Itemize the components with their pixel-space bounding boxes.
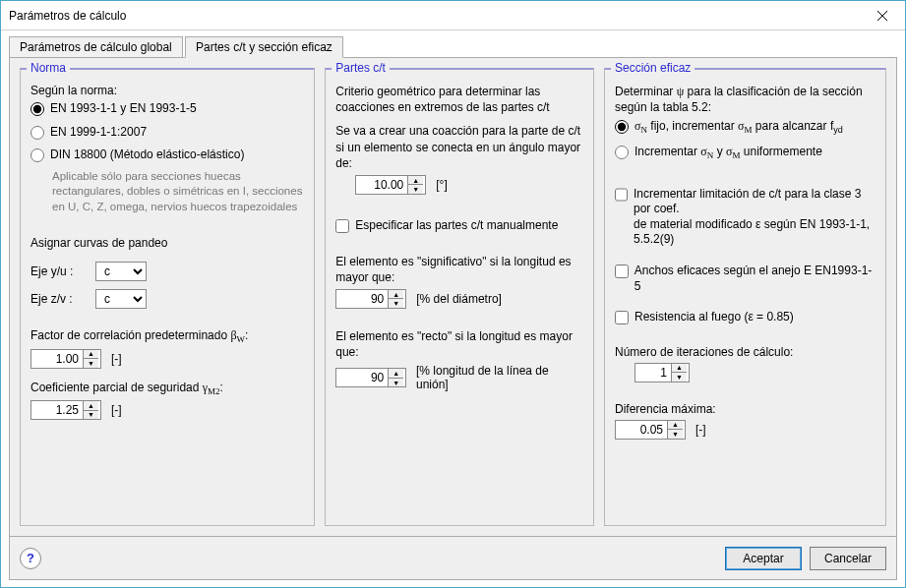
help-icon-glyph: ? (27, 551, 34, 565)
gamma-step-up[interactable]: ▲ (84, 401, 98, 411)
group-norma-title: Norma (27, 61, 70, 75)
gamma-spin: ▲ ▼ (30, 400, 101, 420)
signif-stepper: ▲ ▼ (388, 290, 403, 308)
radio-en1999-label: EN 1999-1-1:2007 (50, 125, 147, 141)
beta-stepper: ▲ ▼ (83, 350, 98, 368)
diff-stepper: ▲ ▼ (667, 421, 683, 439)
check-fire-resistance-label: Resistencia al fuego (ε = 0.85) (634, 310, 794, 325)
iter-input[interactable] (635, 364, 671, 382)
radio-psi-uniform[interactable] (615, 146, 629, 159)
dialog-window: Parámetros de cálculo Parámetros de cálc… (0, 0, 906, 588)
gamma-unit: [-] (111, 403, 122, 417)
group-norma: Norma Según la norma: EN 1993-1-1 y EN 1… (20, 68, 315, 526)
signif-spin: ▲ ▼ (335, 289, 406, 309)
close-button[interactable] (860, 1, 905, 30)
recto-input[interactable] (336, 369, 388, 386)
iter-spin: ▲ ▼ (634, 363, 690, 382)
angle-input[interactable] (356, 176, 407, 194)
coaccion-text: Se va a crear una coacción para la parte… (335, 123, 583, 171)
din18800-help: Aplicable sólo para secciones huecas rec… (52, 169, 304, 215)
radio-en1993[interactable] (30, 102, 44, 116)
diff-input[interactable] (616, 421, 667, 439)
recto-step-down[interactable]: ▼ (389, 379, 403, 387)
check-effective-widths[interactable] (615, 265, 629, 278)
group-partes: Partes c/t Criterio geométrico para dete… (325, 68, 594, 526)
curvas-heading: Asignar curvas de pandeo (30, 236, 304, 250)
radio-psi-uniform-label: Incrementar σN y σM uniformemente (634, 145, 822, 162)
signif-step-up[interactable]: ▲ (389, 290, 403, 300)
gamma-step-down[interactable]: ▼ (84, 411, 98, 420)
recto-text: El elemento es "recto" si la longitud es… (335, 328, 583, 360)
radio-psi-fixed-label: σN fijo, incrementar σM para alcanzar fy… (634, 119, 843, 137)
beta-label-pre: Factor de correlación predeterminado (30, 328, 230, 342)
angle-step-up[interactable]: ▲ (408, 176, 423, 186)
diff-label: Diferencia máxima: (615, 402, 876, 416)
check-manual-parts-label: Especificar las partes c/t manualmente (355, 218, 558, 234)
eje-yu-label: Eje y/u : (30, 265, 90, 278)
gamma-stepper: ▲ ▼ (83, 401, 98, 419)
gamma-label: Coeficiente parcial de seguridad γM2: (30, 381, 304, 396)
eje-zv-label: Eje z/v : (30, 292, 90, 306)
angle-step-down[interactable]: ▼ (408, 185, 423, 194)
radio-en1999[interactable] (30, 126, 44, 140)
beta-spin: ▲ ▼ (30, 349, 101, 369)
beta-symbol: βW (230, 328, 245, 342)
iter-stepper: ▲ ▼ (671, 364, 687, 382)
footer: ? Aceptar Cancelar (9, 537, 897, 580)
beta-step-down[interactable]: ▼ (84, 359, 98, 368)
accept-button[interactable]: Aceptar (725, 547, 802, 570)
beta-label: Factor de correlación predeterminado βW: (30, 328, 304, 344)
diff-unit: [-] (695, 423, 706, 437)
close-icon (877, 11, 887, 21)
cancel-button[interactable]: Cancelar (810, 547, 886, 570)
tabs-row: Parámetros de cálculo global Partes c/t … (1, 30, 905, 58)
angle-unit: [°] (436, 178, 447, 192)
tab-global[interactable]: Parámetros de cálculo global (9, 36, 183, 57)
iter-step-down[interactable]: ▼ (672, 373, 687, 382)
beta-step-up[interactable]: ▲ (84, 350, 98, 360)
diff-step-down[interactable]: ▼ (668, 430, 683, 439)
radio-din18800[interactable] (30, 148, 44, 162)
beta-input[interactable] (31, 350, 83, 368)
titlebar: Parámetros de cálculo (1, 1, 905, 30)
gamma-label-pre: Coeficiente parcial de seguridad (30, 381, 203, 394)
select-eje-yu[interactable]: c (96, 263, 146, 280)
iter-label: Número de iteraciones de cálculo: (615, 345, 876, 359)
angle-spin: ▲ ▼ (355, 175, 426, 195)
psi-pre: Determinar (615, 85, 677, 98)
select-eje-zv-wrap: c (95, 289, 147, 309)
check-fire-resistance[interactable] (615, 311, 629, 324)
gamma-symbol: γM2 (203, 381, 220, 394)
check-manual-parts[interactable] (335, 219, 349, 233)
signif-unit: [% del diámetro] (416, 292, 502, 306)
crit-heading: Criterio geométrico para determinar las … (335, 84, 583, 115)
recto-step-up[interactable]: ▲ (389, 369, 403, 379)
group-eficaz: Sección eficaz Determinar ψ para la clas… (604, 68, 886, 526)
select-eje-yu-wrap: c (95, 262, 147, 281)
recto-stepper: ▲ ▼ (388, 369, 403, 386)
signif-step-down[interactable]: ▼ (389, 299, 403, 308)
chk1-l1: Incrementar limitación de c/t para la cl… (634, 187, 861, 216)
radio-en1993-label: EN 1993-1-1 y EN 1993-1-5 (50, 101, 197, 117)
check-effective-widths-label: Anchos eficaces según el anejo E EN1993-… (634, 264, 876, 294)
check-ct-class3[interactable] (615, 188, 628, 202)
signif-input[interactable] (336, 290, 388, 308)
radio-din18800-label: DIN 18800 (Método elástico-elástico) (50, 147, 244, 163)
group-partes-title: Partes c/t (332, 61, 390, 75)
group-eficaz-title: Sección eficaz (611, 61, 695, 75)
tab-panel: Norma Según la norma: EN 1993-1-1 y EN 1… (9, 57, 897, 537)
recto-spin: ▲ ▼ (335, 368, 406, 387)
chk1-l2: de material modificado ε según EN 1993-1… (634, 217, 870, 247)
tab-parts-ct[interactable]: Partes c/t y sección eficaz (185, 36, 343, 58)
psi-heading: Determinar ψ para la clasificación de la… (615, 84, 876, 115)
help-button[interactable]: ? (20, 548, 41, 569)
beta-unit: [-] (111, 352, 122, 366)
window-title: Parámetros de cálculo (9, 9, 860, 23)
diff-step-up[interactable]: ▲ (668, 421, 683, 431)
select-eje-zv[interactable]: c (96, 290, 146, 308)
gamma-input[interactable] (31, 401, 83, 419)
norma-heading: Según la norma: (30, 84, 304, 97)
angle-stepper: ▲ ▼ (407, 176, 423, 194)
radio-psi-fixed[interactable] (615, 120, 629, 134)
iter-step-up[interactable]: ▲ (672, 364, 687, 374)
